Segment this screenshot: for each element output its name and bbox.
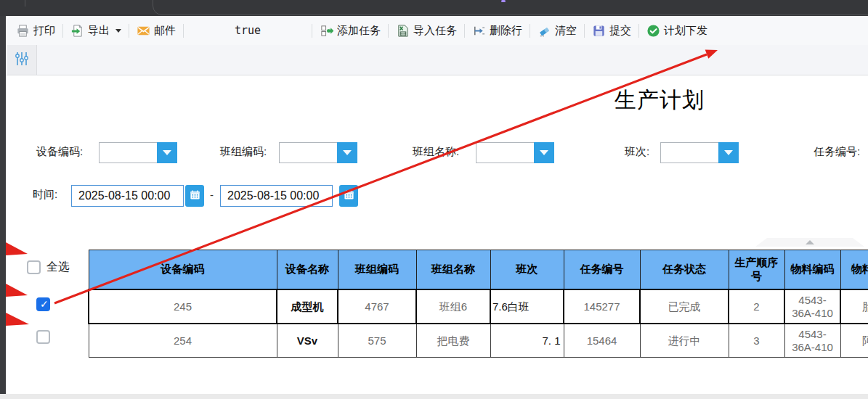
table-cell[interactable]: 2 xyxy=(729,289,784,324)
add-row-icon xyxy=(320,24,333,38)
calendar-button[interactable] xyxy=(185,185,204,207)
table-cell[interactable]: 胎圈 xyxy=(840,289,868,324)
add-task-button[interactable]: 添加任务 xyxy=(315,24,385,38)
chevron-down-icon xyxy=(724,150,733,155)
table-cell[interactable]: VSv xyxy=(277,324,338,358)
data-grid: 设备编码设备名称班组编码班组名称班次任务编号任务状态生产顺序号物料编码物料名称 … xyxy=(88,250,868,358)
sliders-icon xyxy=(14,51,30,70)
toolbar-separator xyxy=(530,24,530,38)
table-cell[interactable]: 145277 xyxy=(564,289,640,324)
print-button[interactable]: 打印 xyxy=(12,24,60,38)
table-row[interactable]: 254VSv575把电费7. 115464进行中34543-36A-410阿兔 xyxy=(89,324,868,358)
row-checkbox[interactable] xyxy=(36,330,50,344)
submit-label: 提交 xyxy=(609,24,631,38)
browser-tab[interactable] xyxy=(153,0,868,15)
chevron-down-icon xyxy=(540,150,548,155)
select-all: 全选 xyxy=(27,260,70,275)
team-code-label: 班组编码: xyxy=(220,145,267,159)
table-row[interactable]: 245成型机4767班组67.6白班145277已完成24543-36A-410… xyxy=(89,289,868,324)
mail-icon xyxy=(137,24,150,38)
table-cell[interactable]: 4543-36A-410 xyxy=(784,324,840,358)
table-cell[interactable]: 4543-36A-410 xyxy=(784,289,840,324)
column-header: 任务状态 xyxy=(640,250,729,290)
toolbar-separator xyxy=(584,24,585,38)
delete-row-button[interactable]: 删除行 xyxy=(468,24,527,38)
table-cell[interactable]: 15464 xyxy=(564,324,640,358)
window-bottom-edge xyxy=(0,394,868,399)
import-task-label: 导入任务 xyxy=(413,24,457,38)
task-no-label: 任务编号: xyxy=(814,145,860,159)
calendar-icon xyxy=(344,189,354,203)
dispatch-plan-label: 计划下发 xyxy=(664,24,707,38)
table-cell[interactable]: 575 xyxy=(338,324,416,358)
add-task-label: 添加任务 xyxy=(337,24,381,38)
select-all-checkbox[interactable] xyxy=(27,260,41,274)
chevron-down-icon xyxy=(343,150,352,155)
dispatch-plan-button[interactable]: 计划下发 xyxy=(642,24,712,38)
table-cell[interactable]: 7.6白班 xyxy=(490,289,564,324)
collapse-handle[interactable] xyxy=(755,238,864,247)
row-checkbox[interactable] xyxy=(36,297,50,311)
delete-row-icon xyxy=(472,24,486,38)
team-code-select[interactable] xyxy=(279,142,357,163)
shift-value[interactable] xyxy=(660,142,718,163)
table-cell[interactable]: 254 xyxy=(89,324,277,358)
table-cell[interactable]: 已完成 xyxy=(640,289,729,324)
table-cell[interactable]: 4767 xyxy=(338,289,416,324)
import-task-button[interactable]: 导入任务 xyxy=(392,24,461,38)
time-from-input[interactable]: 2025-08-15 00:00 xyxy=(71,185,184,207)
calendar-button[interactable] xyxy=(339,185,358,207)
table-cell[interactable]: 班组6 xyxy=(416,289,490,324)
shift-label: 班次: xyxy=(625,145,649,159)
dropdown-button[interactable] xyxy=(534,142,554,163)
save-icon xyxy=(592,24,606,38)
export-button[interactable]: 导出 xyxy=(66,24,126,38)
table-cell[interactable]: 7. 1 xyxy=(490,324,564,358)
filter-bar xyxy=(6,45,868,75)
table-cell[interactable]: 把电费 xyxy=(416,324,490,358)
range-separator: - xyxy=(210,189,214,201)
table-cell[interactable]: 3 xyxy=(729,324,784,358)
toolbar-separator xyxy=(464,24,465,38)
device-code-value[interactable] xyxy=(99,142,157,163)
dropdown-button[interactable] xyxy=(718,142,739,163)
team-name-label: 班组名称: xyxy=(413,145,459,159)
column-header: 班次 xyxy=(490,250,564,290)
team-name-select[interactable] xyxy=(476,142,554,163)
export-label: 导出 xyxy=(88,24,110,38)
table-cell[interactable]: 进行中 xyxy=(640,324,729,358)
time-to-input[interactable]: 2025-08-15 00:00 xyxy=(220,185,333,207)
column-header: 物料名称 xyxy=(840,250,868,290)
column-header: 班组名称 xyxy=(416,250,490,290)
page-title: 生产计划 xyxy=(615,86,705,115)
chevron-down-icon xyxy=(163,150,171,155)
filter-settings-tab[interactable] xyxy=(7,45,37,75)
mail-button[interactable]: 邮件 xyxy=(132,24,180,38)
device-code-select[interactable] xyxy=(99,142,177,163)
clear-button[interactable]: 清空 xyxy=(533,24,581,38)
time-label: 时间: xyxy=(33,188,57,202)
toolbar-separator xyxy=(62,24,63,38)
toolbar-separator xyxy=(129,24,129,38)
chevron-up-icon xyxy=(806,240,814,244)
device-code-label: 设备编码: xyxy=(36,145,83,159)
app-content: 打印 导出 邮件 true 添加任务 xyxy=(6,16,868,394)
submit-button[interactable]: 提交 xyxy=(588,24,636,38)
team-code-value[interactable] xyxy=(279,142,337,163)
window-left-edge xyxy=(0,16,6,394)
toolbar-separator xyxy=(388,24,389,38)
column-header: 物料编码 xyxy=(784,250,840,290)
excel-import-icon xyxy=(396,24,410,38)
dropdown-button[interactable] xyxy=(337,142,357,163)
tab-accent-mark xyxy=(501,0,506,2)
column-header: 班组编码 xyxy=(338,250,416,290)
table-cell[interactable]: 阿兔 xyxy=(840,324,868,358)
table-header-row: 设备编码设备名称班组编码班组名称班次任务编号任务状态生产顺序号物料编码物料名称 xyxy=(89,250,868,290)
dropdown-button[interactable] xyxy=(157,142,177,163)
table-cell[interactable]: 成型机 xyxy=(277,289,338,324)
printer-icon xyxy=(16,24,30,38)
shift-select[interactable] xyxy=(660,142,739,163)
print-label: 打印 xyxy=(33,24,55,38)
team-name-value[interactable] xyxy=(476,142,534,163)
table-cell[interactable]: 245 xyxy=(89,289,277,324)
